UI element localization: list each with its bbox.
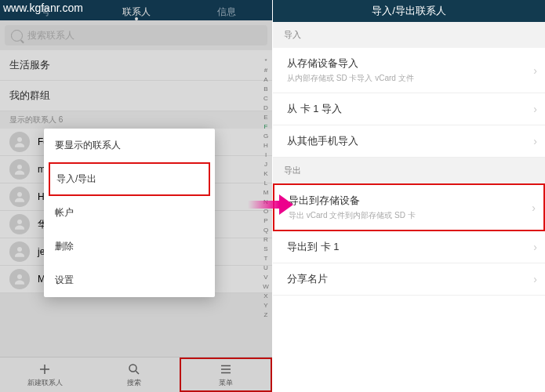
share-card[interactable]: 分享名片› [273,263,545,296]
import-from-storage[interactable]: 从存储设备导入从内部存储或 SD 卡导入 vCard 文件› [273,48,545,93]
import-from-phone[interactable]: 从其他手机导入› [273,125,545,158]
tutorial-arrow [248,194,293,215]
context-menu: 要显示的联系人 导入/导出 帐户 删除 设置 [44,129,215,297]
menu-import-export[interactable]: 导入/导出 [50,164,209,194]
section-export: 导出 [273,158,545,183]
menu-accounts[interactable]: 帐户 [44,196,215,230]
menu-delete[interactable]: 删除 [44,230,215,263]
export-to-sim1[interactable]: 导出到 卡 1› [273,231,545,263]
watermark-url: www.kgfanr.com [3,2,83,14]
page-title: 导入/导出联系人 [273,0,545,22]
highlight-box: 导入/导出 [49,162,210,196]
menu-title: 要显示的联系人 [44,129,215,162]
chevron-right-icon: › [533,273,537,285]
chevron-right-icon: › [532,201,536,214]
export-to-storage[interactable]: 导出到存储设备导出 vCard 文件到内部存储或 SD 卡› [273,183,545,231]
menu-settings[interactable]: 设置 [44,263,215,297]
chevron-right-icon: › [533,103,537,115]
chevron-right-icon: › [533,64,537,77]
section-import: 导入 [273,22,545,48]
chevron-right-icon: › [533,241,537,253]
chevron-right-icon: › [533,135,537,147]
import-from-sim1[interactable]: 从 卡 1 导入› [273,93,545,125]
